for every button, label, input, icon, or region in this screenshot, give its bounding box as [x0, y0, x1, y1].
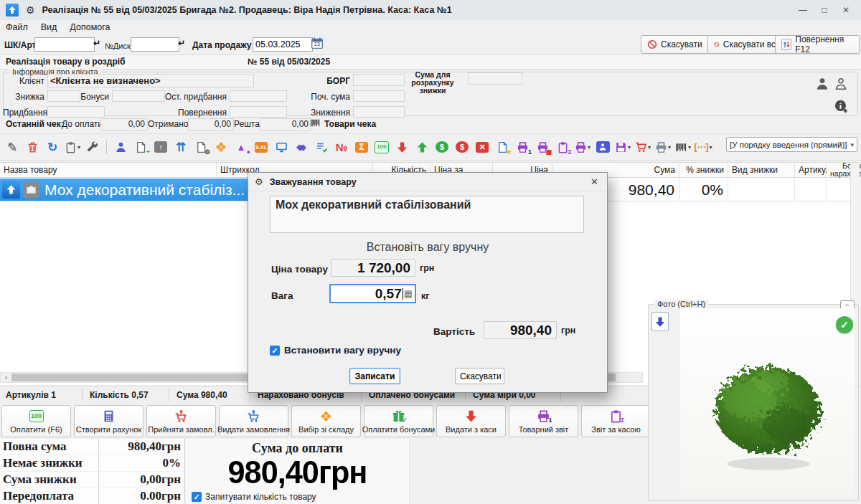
- photo-download-button[interactable]: [651, 312, 669, 331]
- accept-order-cart-icon: [173, 409, 190, 424]
- calendar-button[interactable]: 23: [311, 37, 324, 51]
- menu-file[interactable]: Файл: [6, 22, 28, 32]
- row-up-icon[interactable]: [2, 181, 20, 199]
- display-icon[interactable]: [272, 138, 291, 156]
- cash-out-button[interactable]: Видати з каси: [436, 405, 506, 437]
- pay-bonus-button[interactable]: ✓Оплатити бонусами: [364, 405, 433, 437]
- product-row-discount-cell[interactable]: 0%: [679, 179, 728, 201]
- cancel-item-button[interactable]: Скасувати: [641, 35, 710, 54]
- column-header-7[interactable]: % знижки: [679, 163, 728, 178]
- create-invoice-button[interactable]: Створити рахунок: [74, 405, 144, 437]
- stock-select-button[interactable]: ❖Вибір зі складу: [291, 405, 361, 437]
- sku-label: ШК/Арт: [4, 39, 36, 52]
- cash-in-icon[interactable]: [392, 138, 411, 156]
- weight-unit: кг: [421, 291, 429, 301]
- person-card-icon[interactable]: [593, 138, 612, 156]
- return-button[interactable]: Повернення F12: [775, 35, 860, 54]
- minimize-button[interactable]: —: [792, 5, 814, 15]
- ask-qty-row[interactable]: ✓ Запитувати кількість товару: [192, 492, 316, 502]
- client-person-icon[interactable]: [815, 77, 829, 91]
- product-name: Мох декоративний стабіліз...: [44, 181, 245, 199]
- check-goods-label[interactable]: Товари чека: [324, 118, 376, 130]
- scroll-left-arrow[interactable]: ‹: [1, 373, 11, 382]
- info-add-icon[interactable]: [834, 99, 849, 114]
- ask-qty-checkbox[interactable]: ✓: [192, 492, 202, 502]
- cash-out-icon[interactable]: [413, 138, 431, 156]
- sale-date-input[interactable]: [253, 37, 313, 52]
- partners-icon[interactable]: [292, 138, 311, 156]
- paste-icon[interactable]: ▾: [63, 138, 82, 156]
- enter-icon: ↵: [93, 37, 100, 49]
- client-value[interactable]: <Клієнта не визначено>: [47, 74, 254, 87]
- client-person-outline-icon[interactable]: [834, 77, 848, 91]
- money-out-icon[interactable]: $: [453, 138, 471, 156]
- pay-button[interactable]: 100Оплатити (F6): [1, 405, 71, 437]
- doc-number: № 55 від 05/03/2025: [248, 56, 330, 68]
- manual-weight-checkbox[interactable]: ✓: [270, 346, 280, 356]
- service-wrench-icon[interactable]: [83, 138, 102, 156]
- void-check-icon[interactable]: ✕: [473, 138, 491, 156]
- dialog-cancel-button[interactable]: Скасувати: [455, 368, 504, 384]
- disc-input[interactable]: [131, 37, 179, 52]
- upload-icon[interactable]: ↑: [151, 138, 170, 156]
- main-toolbar: ✎↻▾+↑⇈⚙❖▲●S-XL№Σ100$$✕★1▦Σ▾▾▾▾▾[⋯]▾ [У п…: [0, 134, 861, 161]
- cash-report-button[interactable]: ΣЗвіт за касою: [581, 405, 651, 437]
- warehouse-icon[interactable]: ❖: [212, 138, 230, 156]
- init-sum-value: [353, 90, 405, 102]
- titlebar: ⚙ Реалізація № 55 від 05/03/2025 Бригада…: [0, 0, 861, 21]
- cost-value: 980,40: [484, 321, 557, 339]
- save-button[interactable]: Записати: [349, 368, 400, 384]
- money-in-icon[interactable]: $: [433, 138, 451, 156]
- photo-legend: Фото (Ctrl+H): [654, 300, 708, 308]
- new-doc-icon[interactable]: +: [131, 138, 150, 156]
- menu-view[interactable]: Вид: [41, 22, 57, 32]
- menu-help[interactable]: Допомога: [70, 22, 110, 32]
- debt-label: БОРГ: [314, 75, 350, 87]
- cash-100-icon[interactable]: 100: [372, 138, 391, 156]
- product-row-article-cell[interactable]: [795, 179, 827, 201]
- row-camera-icon[interactable]: [23, 182, 39, 198]
- assortment-icon[interactable]: ▲●: [232, 138, 250, 156]
- maximize-button[interactable]: □: [814, 5, 835, 15]
- dialog-close-button[interactable]: ✕: [591, 176, 598, 187]
- delete-icon[interactable]: [23, 138, 42, 156]
- give-order-button[interactable]: Видати замовлення: [219, 405, 288, 437]
- manual-weight-checkbox-row[interactable]: ✓ Встановити вагу вручну: [270, 345, 401, 356]
- sort-order-value: [У порядку введення (прямий)]: [730, 141, 847, 149]
- client-icon[interactable]: [111, 138, 130, 156]
- numbering-icon[interactable]: №: [332, 138, 351, 156]
- cart-icon[interactable]: ▾: [634, 138, 652, 156]
- weight-input[interactable]: 0,57 ▦: [329, 284, 416, 303]
- product-row-discount-type-cell[interactable]: [728, 179, 795, 201]
- calculator-icon[interactable]: ▦: [404, 288, 413, 299]
- print-alt-icon[interactable]: ▾: [654, 138, 672, 156]
- give-order-cart-icon: [245, 409, 263, 424]
- refresh-icon[interactable]: ↻: [43, 138, 62, 156]
- column-header-9[interactable]: Артикул: [795, 163, 827, 178]
- column-header-8[interactable]: Вид знижки: [728, 163, 795, 178]
- save-icon[interactable]: ▾: [613, 138, 632, 156]
- list-check-icon[interactable]: [312, 138, 331, 156]
- report-sum-icon[interactable]: Σ: [553, 138, 572, 156]
- return-arrows-icon: [781, 39, 791, 50]
- check-goods-barcode-icon: [310, 118, 321, 128]
- print-goods-icon[interactable]: 1: [513, 138, 532, 156]
- print-shift-icon[interactable]: ▦: [533, 138, 552, 156]
- more-icon[interactable]: [⋯]▾: [694, 138, 712, 156]
- sort-order-select[interactable]: [У порядку введення (прямий)] ▾: [726, 137, 857, 152]
- accept-order-button[interactable]: Прийняти замовл.: [146, 405, 216, 437]
- doc-star-icon[interactable]: ★: [493, 138, 512, 156]
- goods-report-button[interactable]: 1Товарний звіт: [509, 405, 578, 437]
- cancel-all-button[interactable]: Скасувати вс: [707, 35, 782, 54]
- sizes-icon[interactable]: S-XL: [252, 138, 270, 156]
- edit-icon[interactable]: ✎: [3, 138, 22, 156]
- column-header-1[interactable]: Назва товару: [0, 163, 217, 178]
- totals-icon[interactable]: Σ: [352, 138, 371, 156]
- doc-settings-icon[interactable]: ⚙: [192, 138, 210, 156]
- move-up-icon[interactable]: ⇈: [171, 138, 190, 156]
- print-menu-icon[interactable]: ▾: [573, 138, 592, 156]
- chevron-down-icon: ▾: [850, 138, 854, 152]
- close-button[interactable]: ✕: [835, 5, 857, 15]
- sku-input[interactable]: [34, 37, 95, 52]
- barcode-icon[interactable]: ▾: [674, 138, 692, 156]
